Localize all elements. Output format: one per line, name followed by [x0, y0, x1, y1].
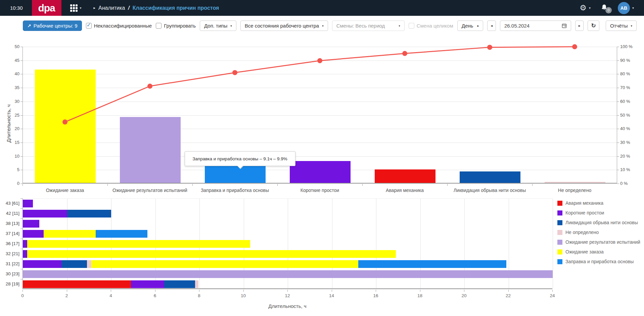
- period-button[interactable]: День ▸: [457, 21, 484, 31]
- notifications-button[interactable]: 0: [601, 4, 608, 12]
- unclassified-checkbox[interactable]: ✓: [86, 23, 92, 29]
- pareto-downtime-chart: 051015202530354045500 %10 %20 %30 %40 %5…: [0, 36, 644, 196]
- whole-shift-checkbox: [409, 23, 414, 29]
- legend-item[interactable]: Авария механика: [557, 200, 640, 206]
- bar-segment[interactable]: [23, 210, 67, 218]
- calendar-icon: [562, 23, 567, 28]
- reports-button[interactable]: Отчёты ▾: [606, 21, 637, 31]
- cumulative-point[interactable]: [147, 84, 152, 89]
- page-title[interactable]: Классификация причин простоя: [133, 5, 219, 11]
- filter-toolbar: ↗ Рабочие центры: 9 ✓ Неклассифицированн…: [0, 16, 644, 36]
- legend-label: Короткие простои: [565, 210, 604, 215]
- bar-segment[interactable]: [44, 230, 96, 238]
- next-date-button[interactable]: ▸: [575, 21, 584, 31]
- x-axis-tick-label: 8: [198, 293, 200, 298]
- x-axis-tick: [420, 290, 420, 292]
- bar-segment[interactable]: [27, 250, 396, 258]
- chevron-right-icon: ▸: [579, 24, 581, 28]
- chevron-down-icon: ▾: [631, 24, 632, 28]
- cumulative-point[interactable]: [572, 44, 577, 49]
- x-axis-tick: [67, 290, 67, 292]
- x-axis-tick-label: 16: [373, 293, 378, 298]
- bar-segment[interactable]: [67, 210, 111, 218]
- bar-segment[interactable]: [23, 260, 61, 268]
- bar-segment[interactable]: [164, 280, 195, 288]
- top-bar: 10:30 dpa ▾ ▸ Аналитика / Классификация …: [0, 0, 644, 16]
- machine-row-label: 42 [11]: [0, 211, 19, 216]
- cumulative-point[interactable]: [402, 51, 407, 56]
- states-filter-button[interactable]: Все состояния рабочего центра ▾: [240, 21, 328, 31]
- legend-swatch: [557, 230, 562, 235]
- group-checkbox-group[interactable]: Группировать: [156, 23, 196, 29]
- percent-axis-tick-label: 90 %: [620, 58, 630, 63]
- legend-item[interactable]: Заправка и приработка основы: [557, 259, 640, 264]
- legend-item[interactable]: Ликвидация обрыва нити основы: [557, 220, 640, 225]
- breadcrumb-separator: /: [128, 5, 129, 11]
- unclassified-label: Неклассифицированные: [94, 23, 152, 29]
- dpa-logo[interactable]: dpa: [32, 0, 61, 16]
- bar-segment[interactable]: [27, 240, 250, 248]
- shifts-select[interactable]: Смены: Весь период ▾: [332, 21, 405, 31]
- cumulative-point[interactable]: [487, 45, 492, 50]
- percent-axis-tick-label: 50 %: [620, 113, 630, 118]
- bar-segment[interactable]: [195, 280, 198, 288]
- group-checkbox[interactable]: [156, 23, 162, 29]
- bar-segment[interactable]: [23, 280, 131, 288]
- bar-segment[interactable]: [131, 280, 164, 288]
- gridline: [553, 199, 553, 288]
- bar-segment[interactable]: [23, 250, 27, 258]
- cumulative-point[interactable]: [232, 70, 237, 75]
- legend-swatch: [557, 249, 562, 254]
- machine-row-label: 43 [61]: [0, 201, 19, 206]
- period-label: День: [462, 23, 473, 29]
- percent-axis-tick: [617, 115, 619, 116]
- bar-segment[interactable]: [23, 230, 44, 238]
- chevron-right-icon: ▸: [477, 24, 479, 28]
- percent-axis-tick-label: 40 %: [620, 126, 630, 131]
- legend-item[interactable]: Короткие простои: [557, 210, 640, 215]
- unclassified-checkbox-group[interactable]: ✓ Неклассифицированные: [86, 23, 152, 29]
- cumulative-point[interactable]: [62, 119, 67, 124]
- topbar-actions: ⚙ ▾ 0 AB ▾: [580, 2, 644, 14]
- bar-segment[interactable]: [23, 270, 553, 278]
- date-input[interactable]: 26.05.2024: [500, 21, 571, 31]
- clock: 10:30: [0, 5, 32, 11]
- bar-segment[interactable]: [358, 260, 506, 268]
- prev-date-button[interactable]: ◂: [487, 21, 496, 31]
- y-axis-tick-label: 50: [5, 44, 19, 49]
- legend-item[interactable]: Не определено: [557, 230, 640, 235]
- y-axis-tick-label: 40: [5, 71, 19, 76]
- bar-segment[interactable]: [96, 230, 148, 238]
- percent-axis-tick: [617, 47, 619, 47]
- legend-item[interactable]: Ожидание результатов испытаний: [557, 239, 640, 245]
- breadcrumb-section-analytics[interactable]: Аналитика: [98, 5, 125, 11]
- downtime-by-machine-chart: 43 [61]42 [11]38 [13]37 [14]36 [17]32 [2…: [0, 196, 644, 316]
- chart-tooltip: Заправка и приработка основы – 9.1ч – 9.…: [185, 151, 295, 166]
- y-axis-tick: [20, 259, 22, 259]
- refresh-button[interactable]: ↻: [588, 21, 599, 31]
- bar-segment[interactable]: [23, 200, 33, 207]
- x-axis-tick-label: 18: [417, 293, 422, 298]
- x-axis-tick-label: 0: [21, 293, 24, 298]
- apps-menu-button[interactable]: ▾: [70, 4, 82, 12]
- cumulative-point[interactable]: [317, 58, 322, 63]
- bar-segment[interactable]: [91, 260, 359, 268]
- bar-segment[interactable]: [23, 240, 27, 248]
- percent-axis-tick-label: 20 %: [620, 154, 630, 159]
- bar-segment[interactable]: [23, 220, 39, 228]
- y-axis-tick: [20, 198, 22, 199]
- bar-segment[interactable]: [61, 260, 87, 268]
- user-menu-button[interactable]: AB ▾: [618, 2, 634, 14]
- settings-menu-button[interactable]: ⚙ ▾: [580, 4, 591, 12]
- bar-segment[interactable]: [87, 260, 91, 268]
- y-axis-tick: [20, 208, 22, 209]
- legend-label: Заправка и приработка основы: [565, 259, 634, 264]
- gear-icon: ⚙: [580, 4, 587, 12]
- x-axis-tick-label: 6: [154, 293, 156, 298]
- work-centers-button[interactable]: ↗ Рабочие центры: 9: [23, 21, 82, 31]
- machine-row-label: 38 [13]: [0, 221, 19, 226]
- legend-item[interactable]: Ожидание заказа: [557, 249, 640, 254]
- x-axis-tick: [22, 290, 23, 292]
- extra-types-button[interactable]: Доп. типы ▾: [200, 21, 236, 31]
- notification-badge: 0: [605, 7, 612, 13]
